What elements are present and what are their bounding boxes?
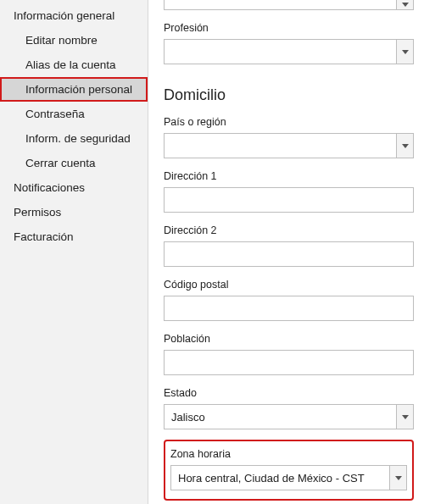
- field-estado: Estado Jalisco: [164, 387, 414, 429]
- field-codigo-postal: Código postal: [164, 279, 414, 321]
- form-panel: Hombre Profesión Domicilio País o región…: [148, 0, 424, 504]
- label-profesion: Profesión: [164, 22, 414, 34]
- sidebar-item-label: Información personal: [25, 83, 132, 96]
- input-codigo-postal[interactable]: [164, 296, 414, 321]
- sidebar-item-label: Editar nombre: [25, 34, 98, 47]
- input-direccion1[interactable]: [164, 187, 414, 213]
- heading-domicilio: Domicilio: [164, 86, 414, 104]
- select-estado[interactable]: Jalisco: [164, 404, 414, 429]
- chevron-down-icon: [396, 0, 413, 9]
- sidebar-item-label: Inform. de seguridad: [25, 132, 131, 145]
- field-pais: País o región: [164, 116, 414, 158]
- sidebar: Información general Editar nombre Alias …: [0, 0, 148, 504]
- sidebar-item-label: Cerrar cuenta: [25, 157, 96, 169]
- sidebar-item-permisos[interactable]: Permisos: [0, 200, 148, 224]
- label-estado: Estado: [164, 387, 414, 399]
- sidebar-item-info-general[interactable]: Información general: [0, 3, 148, 28]
- field-poblacion: Población: [164, 333, 414, 375]
- label-pais: País o región: [164, 116, 414, 128]
- gender-select[interactable]: Hombre: [164, 0, 414, 10]
- input-direccion2[interactable]: [164, 241, 414, 267]
- label-direccion2: Dirección 2: [164, 224, 414, 236]
- gender-select-value: Hombre: [171, 0, 210, 2]
- chevron-down-icon: [396, 40, 413, 64]
- sidebar-item-label: Información general: [14, 9, 114, 22]
- sidebar-item-label: Permisos: [14, 206, 61, 219]
- field-zona-horaria-highlight: Zona horaria Hora central, Ciudad de Méx…: [164, 440, 414, 501]
- label-zona-horaria: Zona horaria: [170, 448, 407, 460]
- sidebar-item-label: Facturación: [14, 230, 74, 243]
- field-profesion: Profesión: [164, 22, 414, 64]
- field-direccion1: Dirección 1: [164, 170, 414, 213]
- chevron-down-icon: [396, 405, 413, 429]
- chevron-down-icon: [396, 134, 413, 158]
- sidebar-item-seguridad[interactable]: Inform. de seguridad: [0, 126, 148, 151]
- sidebar-item-info-personal[interactable]: Información personal: [0, 77, 148, 102]
- select-zona-horaria[interactable]: Hora central, Ciudad de México - CST: [170, 465, 407, 490]
- sidebar-item-label: Notificaciones: [14, 181, 85, 194]
- chevron-down-icon: [389, 466, 406, 490]
- sidebar-item-notificaciones[interactable]: Notificaciones: [0, 175, 148, 200]
- select-pais[interactable]: [164, 133, 414, 158]
- sidebar-item-cerrar[interactable]: Cerrar cuenta: [0, 151, 148, 175]
- field-direccion2: Dirección 2: [164, 224, 414, 267]
- sidebar-item-facturacion[interactable]: Facturación: [0, 224, 148, 249]
- sidebar-item-label: Alias de la cuenta: [25, 58, 116, 71]
- label-poblacion: Población: [164, 333, 414, 345]
- label-codigo-postal: Código postal: [164, 279, 414, 291]
- label-direccion1: Dirección 1: [164, 170, 414, 182]
- sidebar-item-contrasena[interactable]: Contraseña: [0, 102, 148, 126]
- sidebar-item-alias[interactable]: Alias de la cuenta: [0, 53, 148, 77]
- select-zona-horaria-value: Hora central, Ciudad de México - CST: [178, 472, 365, 485]
- select-profesion[interactable]: [164, 39, 414, 64]
- sidebar-item-label: Contraseña: [25, 108, 85, 120]
- input-poblacion[interactable]: [164, 350, 414, 375]
- select-estado-value: Jalisco: [171, 411, 205, 424]
- sidebar-item-editar-nombre[interactable]: Editar nombre: [0, 28, 148, 53]
